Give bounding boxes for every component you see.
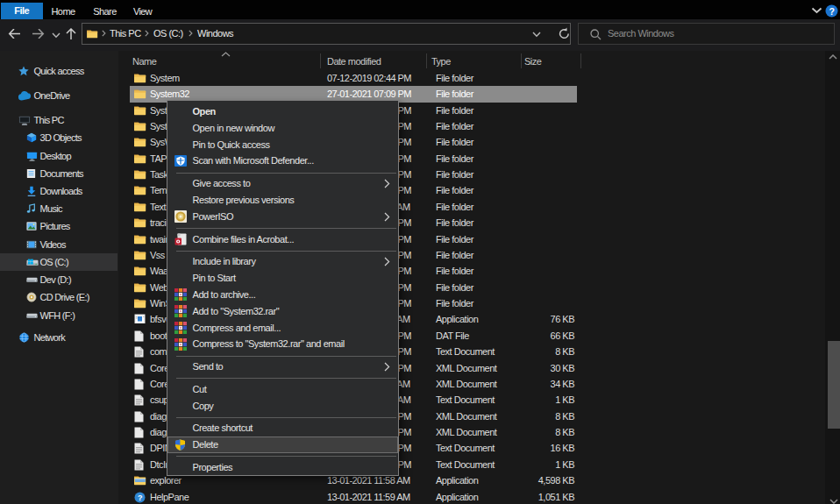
svg-text:?: ? — [138, 493, 142, 502]
svg-text:?: ? — [829, 6, 835, 17]
